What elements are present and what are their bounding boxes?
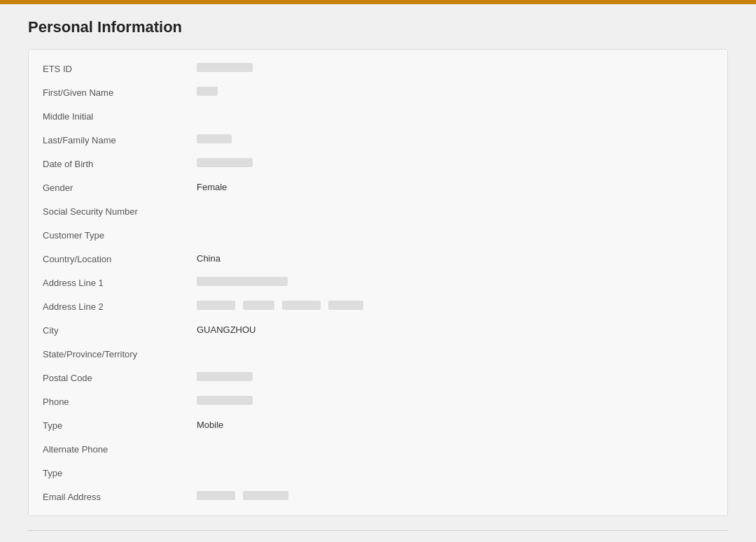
label-country: Country/Location — [43, 253, 197, 264]
value-city: GUANGZHOU — [197, 325, 713, 335]
label-last-name: Last/Family Name — [43, 134, 197, 145]
label-dob: Date of Birth — [43, 158, 197, 169]
label-phone: Phone — [43, 396, 197, 407]
value-phone-type: Mobile — [197, 420, 713, 430]
field-row-phone-type: Type Mobile — [29, 413, 727, 437]
blurred-phone — [197, 396, 253, 405]
blurred-address2d — [328, 301, 363, 310]
field-row-alt-phone-type: Type — [29, 461, 727, 485]
blurred-email1 — [197, 491, 235, 500]
label-address1: Address Line 1 — [43, 277, 197, 288]
field-row-first-name: First/Given Name — [29, 80, 727, 104]
blurred-email2 — [243, 491, 288, 500]
label-phone-type: Type — [43, 420, 197, 431]
label-state: State/Province/Territory — [43, 348, 197, 359]
field-row-postal: Postal Code — [29, 366, 727, 390]
blurred-address2c — [282, 301, 321, 310]
field-row-customer-type: Customer Type — [29, 223, 727, 247]
value-gender: Female — [197, 182, 713, 192]
label-ssn: Social Security Number — [43, 206, 197, 217]
blurred-first-name — [197, 87, 218, 96]
label-postal: Postal Code — [43, 372, 197, 383]
label-address2: Address Line 2 — [43, 301, 197, 312]
field-row-address2: Address Line 2 — [29, 294, 727, 318]
value-address1 — [197, 277, 713, 288]
label-customer-type: Customer Type — [43, 229, 197, 241]
value-last-name — [197, 134, 713, 145]
label-first-name: First/Given Name — [43, 87, 197, 98]
label-middle-initial: Middle Initial — [43, 110, 197, 122]
label-city: City — [43, 325, 197, 336]
personal-info-card: ETS ID First/Given Name Middle Initial L… — [28, 49, 728, 516]
value-country: China — [197, 253, 713, 264]
value-ets-id — [197, 63, 713, 74]
field-row-state: State/Province/Territory — [29, 342, 727, 366]
label-ets-id: ETS ID — [43, 63, 197, 74]
page-title: Personal Information — [28, 18, 728, 36]
field-row-alt-phone: Alternate Phone — [29, 437, 727, 461]
field-row-ssn: Social Security Number — [29, 199, 727, 223]
label-alt-phone-type: Type — [43, 467, 197, 478]
field-row-email: Email Address — [29, 485, 727, 508]
field-row-address1: Address Line 1 — [29, 271, 727, 294]
value-phone — [197, 396, 713, 407]
label-alt-phone: Alternate Phone — [43, 443, 197, 455]
label-gender: Gender — [43, 182, 197, 193]
page-container: Personal Information ETS ID First/Given … — [0, 4, 756, 542]
blurred-dob — [197, 158, 253, 167]
field-row-phone: Phone — [29, 390, 727, 413]
blurred-address1 — [197, 277, 288, 286]
value-postal — [197, 372, 713, 383]
field-row-gender: Gender Female — [29, 176, 727, 199]
field-row-middle-initial: Middle Initial — [29, 104, 727, 128]
value-first-name — [197, 87, 713, 98]
blurred-address2a — [197, 301, 235, 310]
field-row-dob: Date of Birth — [29, 152, 727, 176]
field-row-country: Country/Location China — [29, 247, 727, 271]
blurred-postal — [197, 372, 253, 381]
value-dob — [197, 158, 713, 169]
value-email — [197, 491, 713, 502]
value-address2 — [197, 301, 713, 312]
blurred-address2b — [243, 301, 274, 310]
blurred-last-name — [197, 134, 232, 143]
field-row-city: City GUANGZHOU — [29, 318, 727, 342]
field-row-ets-id: ETS ID — [29, 57, 727, 80]
blurred-ets-id — [197, 63, 253, 72]
label-email: Email Address — [43, 491, 197, 502]
field-row-last-name: Last/Family Name — [29, 128, 727, 152]
divider — [28, 530, 728, 531]
